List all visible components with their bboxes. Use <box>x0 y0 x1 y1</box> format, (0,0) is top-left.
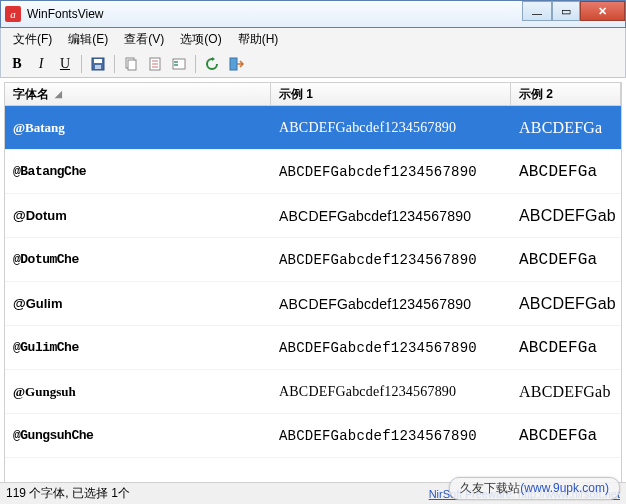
status-text: 119 个字体, 已选择 1个 <box>6 485 130 502</box>
table-row[interactable]: @Gungsuh ABCDEFGabcdef1234567890 ABCDEFG… <box>5 370 621 414</box>
font-name-cell: @Dotum <box>5 208 271 223</box>
sample2-cell: ABCDEFGa <box>511 119 621 137</box>
menu-view[interactable]: 查看(V) <box>116 29 172 50</box>
menu-bar: 文件(F) 编辑(E) 查看(V) 选项(O) 帮助(H) <box>0 28 626 50</box>
sample1-cell: ABCDEFGabcdef1234567890 <box>271 340 511 356</box>
table-row[interactable]: @Dotum ABCDEFGabcdef1234567890 ABCDEFGab <box>5 194 621 238</box>
column-header-sample2[interactable]: 示例 2 <box>511 83 621 105</box>
sample1-cell: ABCDEFGabcdef1234567890 <box>271 428 511 444</box>
watermark-text: 久友下载站 <box>460 481 520 495</box>
column-header-label: 示例 1 <box>279 86 313 103</box>
table-row[interactable]: @Batang ABCDEFGabcdef1234567890 ABCDEFGa <box>5 106 621 150</box>
save-icon[interactable] <box>88 54 108 74</box>
svg-rect-10 <box>174 61 178 63</box>
sort-indicator-icon: ◢ <box>55 89 62 99</box>
font-name-cell: @Gulim <box>5 296 271 311</box>
options-icon[interactable] <box>169 54 189 74</box>
watermark: 久友下载站(www.9upk.com) <box>449 477 620 500</box>
table-row[interactable]: @DotumChe ABCDEFGabcdef1234567890 ABCDEF… <box>5 238 621 282</box>
app-icon: a <box>5 6 21 22</box>
svg-rect-1 <box>94 59 102 63</box>
column-header-label: 字体名 <box>13 86 49 103</box>
watermark-url: (www.9upk.com) <box>520 481 609 495</box>
underline-button[interactable]: U <box>55 54 75 74</box>
column-header-fontname[interactable]: 字体名 ◢ <box>5 83 271 105</box>
minimize-button[interactable] <box>522 1 552 21</box>
close-button[interactable] <box>580 1 625 21</box>
copy-icon[interactable] <box>121 54 141 74</box>
sample1-cell: ABCDEFGabcdef1234567890 <box>271 208 511 224</box>
sample1-cell: ABCDEFGabcdef1234567890 <box>271 384 511 400</box>
sample2-cell: ABCDEFGab <box>511 207 621 225</box>
menu-file[interactable]: 文件(F) <box>5 29 60 50</box>
menu-help[interactable]: 帮助(H) <box>230 29 287 50</box>
font-name-cell: @DotumChe <box>5 252 271 267</box>
svg-rect-13 <box>230 58 237 70</box>
maximize-button[interactable] <box>552 1 580 21</box>
column-header-sample1[interactable]: 示例 1 <box>271 83 511 105</box>
svg-rect-2 <box>95 65 101 69</box>
refresh-icon[interactable] <box>202 54 222 74</box>
sample1-cell: ABCDEFGabcdef1234567890 <box>271 296 511 312</box>
menu-options[interactable]: 选项(O) <box>172 29 229 50</box>
font-name-cell: @GulimChe <box>5 340 271 355</box>
window-title: WinFontsView <box>27 7 103 21</box>
font-name-cell: @Gungsuh <box>5 384 271 400</box>
font-list[interactable]: @Batang ABCDEFGabcdef1234567890 ABCDEFGa… <box>4 106 622 482</box>
sample2-cell: ABCDEFGa <box>511 251 621 269</box>
toolbar: B I U <box>0 50 626 78</box>
sample2-cell: ABCDEFGab <box>511 383 621 401</box>
font-name-cell: @GungsuhChe <box>5 428 271 443</box>
column-header-row: 字体名 ◢ 示例 1 示例 2 <box>4 82 622 106</box>
svg-marker-12 <box>212 57 215 61</box>
exit-icon[interactable] <box>226 54 246 74</box>
sample1-cell: ABCDEFGabcdef1234567890 <box>271 252 511 268</box>
column-header-label: 示例 2 <box>519 86 553 103</box>
toolbar-separator <box>114 55 115 73</box>
sample1-cell: ABCDEFGabcdef1234567890 <box>271 120 511 136</box>
table-row[interactable]: @GungsuhChe ABCDEFGabcdef1234567890 ABCD… <box>5 414 621 458</box>
toolbar-separator <box>81 55 82 73</box>
title-bar: a WinFontsView <box>0 0 626 28</box>
bold-button[interactable]: B <box>7 54 27 74</box>
sample2-cell: ABCDEFGa <box>511 427 621 445</box>
table-row[interactable]: @Gulim ABCDEFGabcdef1234567890 ABCDEFGab <box>5 282 621 326</box>
sample2-cell: ABCDEFGa <box>511 339 621 357</box>
font-name-cell: @Batang <box>5 120 271 136</box>
window-controls <box>522 1 625 21</box>
svg-rect-11 <box>174 64 178 66</box>
sample2-cell: ABCDEFGa <box>511 163 621 181</box>
toolbar-separator <box>195 55 196 73</box>
font-name-cell: @BatangChe <box>5 164 271 179</box>
sample1-cell: ABCDEFGabcdef1234567890 <box>271 164 511 180</box>
italic-button[interactable]: I <box>31 54 51 74</box>
table-row[interactable]: @BatangChe ABCDEFGabcdef1234567890 ABCDE… <box>5 150 621 194</box>
sample2-cell: ABCDEFGab <box>511 295 621 313</box>
svg-rect-4 <box>128 60 136 70</box>
table-row[interactable]: @GulimChe ABCDEFGabcdef1234567890 ABCDEF… <box>5 326 621 370</box>
properties-icon[interactable] <box>145 54 165 74</box>
menu-edit[interactable]: 编辑(E) <box>60 29 116 50</box>
